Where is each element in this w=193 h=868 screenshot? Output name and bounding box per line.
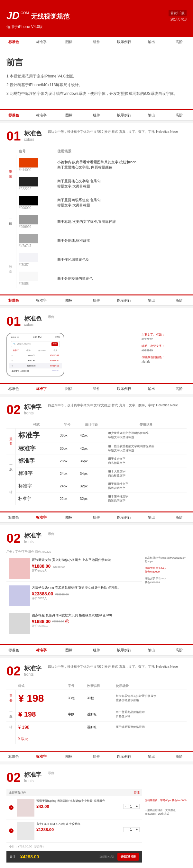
price-header-usage: 使用场景: [113, 682, 187, 690]
nav-item-example[interactable]: 以示例行: [110, 37, 138, 47]
nav4-item-icon[interactable]: 图标: [55, 384, 83, 394]
nav6-item-component[interactable]: 组件: [83, 645, 110, 655]
main-nav-1: 标准色 标准字 图标 组件 以示例行 输出 高阶: [0, 36, 193, 47]
nav4-item-font[interactable]: 标准字: [28, 384, 55, 394]
cart-checkbox-0[interactable]: ✓: [9, 799, 13, 816]
typo-anno-2-text: 辅助文字:字号24px颜色#999999: [145, 577, 187, 584]
nav5-item-advanced[interactable]: 高阶: [165, 513, 193, 522]
search-button[interactable]: 搜索: [52, 342, 58, 346]
nav2-item-advanced[interactable]: 高阶: [165, 110, 193, 120]
nav3-item-font[interactable]: 标准字: [28, 296, 55, 305]
nav-item-font[interactable]: 标准字: [28, 37, 55, 47]
nav3-item-example[interactable]: 以示例行: [110, 296, 138, 305]
price-sample-3: ¥ 以此: [18, 737, 28, 741]
nav4-item-component[interactable]: 组件: [83, 384, 110, 394]
list-item-icon-0: ○: [11, 354, 13, 356]
cart-subtotal: 小计：¥718.00.00（共2件）: [6, 843, 142, 851]
nav-item-output[interactable]: 输出: [138, 37, 166, 47]
product-info-1: 方蕾子母Spring 春装新款短裙连 衣裙淡女修身中长款 多种款... ¥238…: [32, 585, 140, 606]
phone-frame: BELL 中 4:21 PM 22% 🔍 请输入搜索词 搜索 骑手灯 小米5: [6, 333, 64, 376]
nav2-item-example[interactable]: 以示例行: [110, 110, 138, 120]
nav5-item-component[interactable]: 组件: [83, 513, 110, 522]
anno-main: 主要文字、标题： #222222: [141, 333, 187, 341]
phone-tab-1[interactable]: 小米5: [22, 348, 35, 353]
typo-line-4: 32px: [77, 479, 106, 492]
cart-qty-value-1: 1: [128, 828, 134, 832]
nav6-item-icon[interactable]: 图标: [55, 645, 83, 655]
list-item-code-2: Y9214S5: [50, 365, 59, 367]
typo-header-usage: 使用场景: [106, 421, 187, 429]
nav5-item-icon[interactable]: 图标: [55, 513, 83, 522]
nav2-item-color[interactable]: 标准色: [0, 110, 28, 120]
nav6-item-color[interactable]: 标准色: [0, 645, 28, 655]
preface-title: 前言: [6, 57, 187, 68]
phone-tab-2[interactable]: 自192cu: [35, 348, 49, 353]
nav2-item-font[interactable]: 标准字: [28, 110, 55, 120]
price-group-important: 重要: [6, 689, 16, 707]
cart-anno-1: 一般商品标准价，文字颜色#cc222cc，20倍以后: [145, 808, 187, 815]
typo-anno-2: 辅助文字:字号24px颜色#999999: [145, 577, 187, 584]
nav6-item-font[interactable]: 标准字: [28, 645, 55, 655]
cart-qty-value-0: 1: [128, 804, 134, 808]
product-price-orig-0: ¥2388.00: [52, 565, 65, 568]
nav2-item-component[interactable]: 组件: [83, 110, 110, 120]
cart-qty-minus-1[interactable]: -: [123, 828, 128, 832]
cart-qty-control-1: - 1 +: [123, 827, 140, 832]
nav3-item-advanced[interactable]: 高阶: [165, 296, 193, 305]
nav3-item-icon[interactable]: 图标: [55, 296, 83, 305]
typo-header-lineh: 设计行距: [77, 421, 106, 429]
nav3-item-component[interactable]: 组件: [83, 296, 110, 305]
nav5-item-font[interactable]: 标准字: [28, 513, 55, 522]
nav2-item-output[interactable]: 输出: [138, 110, 166, 120]
phone-list-item-1: ○ iPad air Y9214S5: [9, 358, 62, 363]
price-header-style: 样式: [16, 682, 65, 690]
cart-product-title-0: 芳蕾子裙Spring 春装新款 连衣裙修身中长款 多种颜色: [36, 799, 140, 803]
cart-manage-btn[interactable]: 管理: [134, 790, 140, 795]
phone-tab-0[interactable]: 骑手灯: [9, 348, 22, 353]
cart-checkout-button[interactable]: 去结算 0/6: [117, 853, 139, 861]
nav4-item-color[interactable]: 标准色: [0, 384, 28, 394]
main-nav-4: 标准色 标准字 图标 组件 以示例行 输出 高阶: [0, 383, 193, 394]
nav5-item-example[interactable]: 以示例行: [110, 513, 138, 522]
typo-size-0: 36px: [57, 428, 78, 442]
nav5-item-output[interactable]: 输出: [138, 513, 166, 522]
nav7-item-example[interactable]: 以示例行: [110, 752, 138, 762]
product-price-area-1: ¥23888.00 ¥33388.00: [32, 591, 140, 596]
nav4-item-example[interactable]: 以示例行: [110, 384, 138, 394]
discount-icon: 折: [65, 620, 69, 623]
nav6-item-advanced[interactable]: 高阶: [165, 645, 193, 655]
cart-note-area: （含折扣40元） 去结算 0/6: [97, 853, 139, 861]
nav2-item-icon[interactable]: 图标: [55, 110, 83, 120]
nav7-item-advanced[interactable]: 高阶: [165, 752, 193, 762]
nav7-item-font[interactable]: 标准字: [28, 752, 55, 762]
typo-group-important: 重要: [6, 428, 16, 455]
nav6-item-output[interactable]: 输出: [138, 645, 166, 655]
nav7-item-output[interactable]: 输出: [138, 752, 166, 762]
cart-qty-minus-0[interactable]: -: [123, 804, 128, 808]
nav3-item-output[interactable]: 输出: [138, 296, 166, 305]
phone-tab-3[interactable]: 华为: [49, 348, 62, 353]
product-item-1: 方蕾子母Spring 春装新款短裙连 衣裙淡女修身中长款 多种款... ¥238…: [6, 583, 142, 609]
nav4-item-advanced[interactable]: 高阶: [165, 384, 193, 394]
cart-checkbox-1[interactable]: ✓: [9, 822, 13, 840]
nav-item-component[interactable]: 组件: [83, 37, 110, 47]
nav7-item-color[interactable]: 标准色: [0, 752, 28, 762]
cart-total-label: 合计：: [10, 855, 18, 859]
cart-qty-plus-0[interactable]: +: [134, 804, 139, 808]
cart-qty-plus-1[interactable]: +: [134, 828, 139, 832]
cart-price-1: ¥1288.00: [36, 827, 54, 832]
color-usage-dark: 商于重要核心文字给 色号句标题文字,大类目标题: [55, 174, 187, 193]
nav4-item-output[interactable]: 输出: [138, 384, 166, 394]
cart-total-area: 合计： ¥4288.00: [10, 854, 39, 859]
price-usage-3: [113, 733, 187, 744]
nav-item-advanced[interactable]: 高阶: [165, 37, 193, 47]
nav7-item-component[interactable]: 组件: [83, 752, 110, 762]
nav-item-color[interactable]: 标准色: [0, 37, 28, 47]
price-effect-0: 30框: [84, 689, 113, 707]
nav5-item-color[interactable]: 标准色: [0, 513, 28, 522]
nav-item-icon[interactable]: 图标: [55, 37, 83, 47]
nav7-item-icon[interactable]: 图标: [55, 752, 83, 762]
phone-search-bar[interactable]: 🔍 请输入搜索词 搜索: [11, 341, 60, 347]
nav6-item-example[interactable]: 以示例行: [110, 645, 138, 655]
nav3-item-color[interactable]: 标准色: [0, 296, 28, 305]
